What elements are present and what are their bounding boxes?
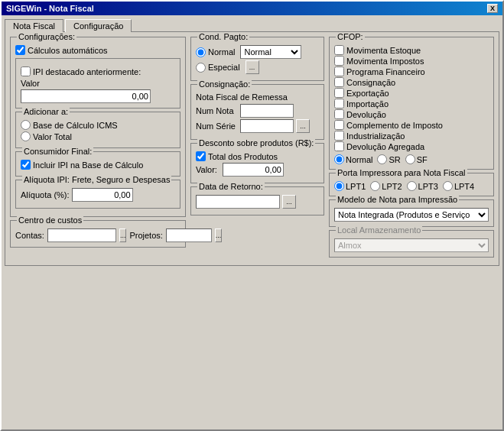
especial-label: Especial xyxy=(208,63,240,72)
cfop-checkbox-3[interactable] xyxy=(334,77,344,87)
cfop-item-label-7: Complemento de Imposto xyxy=(346,121,443,130)
especial-browse-button[interactable]: ... xyxy=(245,60,259,74)
cfop-checkbox-9[interactable] xyxy=(334,141,344,151)
cfop-checkbox-8[interactable] xyxy=(334,131,344,141)
cfop-item: Industrialização xyxy=(334,131,489,141)
centro-custos-row: Contas: ... Projetos: ... xyxy=(15,228,180,242)
cond-pagto-label: Cond. Pagto: xyxy=(197,32,249,41)
cfop-item-label-5: Importação xyxy=(346,99,389,109)
cfop-item: Movimenta Estoque xyxy=(334,45,489,55)
base-calculo-radio[interactable] xyxy=(21,120,31,130)
cfop-item: Devolução Agregada xyxy=(334,141,489,151)
cfop-item: Devolução xyxy=(334,109,489,119)
col-mid: Cond. Pagto: Normal Normal Especial ... xyxy=(190,37,324,261)
configuracoes-group: Configurações: Cálculos automáticos IPI … xyxy=(10,37,186,217)
contas-browse-button[interactable]: ... xyxy=(119,228,127,242)
num-nota-label: Num Nota xyxy=(196,106,238,115)
data-retorno-input[interactable] xyxy=(196,195,280,209)
cfop-checkbox-0[interactable] xyxy=(334,45,344,55)
data-retorno-browse-button[interactable]: ... xyxy=(282,195,296,209)
desconto-valor-row: Valor: 0,00 xyxy=(196,163,319,177)
cfop-item: Programa Financeiro xyxy=(334,66,489,76)
valor-total-radio[interactable] xyxy=(21,131,31,141)
cfop-sr-radio[interactable] xyxy=(377,154,387,164)
modelo-nota-dropdown[interactable]: Nota Integrada (Produtos e Serviço xyxy=(334,208,489,222)
ipi-destacado-row: IPI destacado anteriormente: xyxy=(21,66,175,76)
cfop-group: CFOP: Movimenta EstoqueMovimenta Imposto… xyxy=(329,37,494,170)
adicionar-a-label: Adicionar a: xyxy=(22,107,70,116)
total-produtos-row: Total dos Produtos xyxy=(196,151,319,161)
data-retorno-row: ... xyxy=(196,195,319,209)
tab-nota-fiscal[interactable]: Nota Fiscal xyxy=(5,19,63,32)
total-produtos-checkbox[interactable] xyxy=(196,151,206,161)
porta-impressora-row: LPT1 LPT2 LPT3 LPT4 xyxy=(334,181,489,191)
cfop-sr-label: SR xyxy=(389,155,400,164)
cfop-item-label-2: Programa Financeiro xyxy=(346,67,425,76)
cfop-normal-radio[interactable] xyxy=(334,154,344,164)
lpt3-radio[interactable] xyxy=(407,181,417,191)
normal-radio[interactable] xyxy=(196,47,206,57)
num-nota-input[interactable] xyxy=(240,104,294,118)
consumidor-final-label: Consumidor Final: xyxy=(22,147,93,156)
lpt3-label: LPT3 xyxy=(418,182,438,191)
total-produtos-label: Total dos Produtos xyxy=(208,152,278,161)
cfop-item: Consignação xyxy=(334,77,489,87)
cond-pagto-group: Cond. Pagto: Normal Normal Especial ... xyxy=(190,37,324,81)
tab-configuracao[interactable]: Configuração xyxy=(65,19,132,32)
ipi-destacado-checkbox[interactable] xyxy=(21,66,31,76)
normal-label: Normal xyxy=(208,47,235,57)
window-title: SIGEWin - Nota Fiscal xyxy=(6,4,94,13)
calculos-automaticos-checkbox[interactable] xyxy=(15,45,25,55)
tab-configuracao-content: Configurações: Cálculos automáticos IPI … xyxy=(5,31,499,266)
desconto-group: Desconto sobre produtos (R$): Total dos … xyxy=(190,143,324,183)
cfop-checkbox-6[interactable] xyxy=(334,109,344,119)
cfop-item-label-0: Movimenta Estoque xyxy=(346,46,421,55)
aliquota-ipi-group: Alíquota IPI: Frete, Seguro e Despesas A… xyxy=(15,180,180,209)
lpt1-radio[interactable] xyxy=(334,181,344,191)
especial-radio[interactable] xyxy=(196,63,206,73)
content-area: Configurações: Cálculos automáticos IPI … xyxy=(10,37,494,261)
desconto-valor-label: Valor: xyxy=(196,165,217,174)
consignacao-group: Consignação: Nota Fiscal de Remessa Num … xyxy=(190,84,324,140)
cfop-item-label-3: Consignação xyxy=(346,78,395,87)
ipi-destacado-group: IPI destacado anteriormente: Valor 0,00 xyxy=(15,58,180,109)
local-armazenamento-label: Local Armazenamento xyxy=(336,225,422,235)
projetos-browse-button[interactable]: ... xyxy=(215,228,223,242)
contas-input[interactable] xyxy=(47,228,116,242)
cfop-item-label-4: Exportação xyxy=(346,89,389,98)
incluir-ipi-checkbox[interactable] xyxy=(21,160,31,170)
cfop-checkbox-7[interactable] xyxy=(334,120,344,130)
num-nota-row: Num Nota xyxy=(196,104,319,118)
aliquota-input[interactable]: 0,00 xyxy=(72,188,133,202)
main-window: SIGEWin - Nota Fiscal X Nota Fiscal Conf… xyxy=(0,0,504,431)
cfop-item-label-8: Industrialização xyxy=(346,131,405,141)
num-serie-input[interactable] xyxy=(240,119,294,133)
consumidor-final-group: Consumidor Final: Incluir IPI na Base de… xyxy=(15,151,180,177)
local-armazenamento-group: Local Armazenamento Almox xyxy=(329,230,494,258)
lpt4-radio[interactable] xyxy=(443,181,453,191)
normal-dropdown[interactable]: Normal xyxy=(240,45,301,59)
configuracoes-label: Configurações: xyxy=(17,32,76,41)
num-serie-row: Num Série ... xyxy=(196,119,319,133)
cfop-checkbox-4[interactable] xyxy=(334,88,344,98)
num-serie-browse-button[interactable]: ... xyxy=(296,119,310,133)
projetos-input[interactable] xyxy=(166,228,212,242)
close-button[interactable]: X xyxy=(487,4,498,13)
cfop-item: Movimenta Impostos xyxy=(334,56,489,66)
cfop-checkbox-2[interactable] xyxy=(334,66,344,76)
lpt4-label: LPT4 xyxy=(454,182,474,191)
lpt2-radio[interactable] xyxy=(370,181,380,191)
cfop-checkbox-5[interactable] xyxy=(334,99,344,109)
valor-row: Valor 0,00 xyxy=(21,79,175,103)
cfop-item: Complemento de Imposto xyxy=(334,120,489,130)
desconto-valor-input[interactable]: 0,00 xyxy=(223,163,284,177)
adicionar-a-group: Adicionar a: Base de Cálculo ICMS Valor … xyxy=(15,112,180,148)
valor-input[interactable]: 0,00 xyxy=(21,89,151,103)
cfop-checkbox-1[interactable] xyxy=(334,56,344,66)
nota-fiscal-remessa-row: Nota Fiscal de Remessa xyxy=(196,92,319,102)
valor-label: Valor xyxy=(21,79,40,88)
lpt2-label: LPT2 xyxy=(382,182,402,191)
ipi-destacado-label: IPI destacado anteriormente: xyxy=(33,67,141,76)
contas-label: Contas: xyxy=(15,231,44,240)
cfop-sf-radio[interactable] xyxy=(405,154,415,164)
